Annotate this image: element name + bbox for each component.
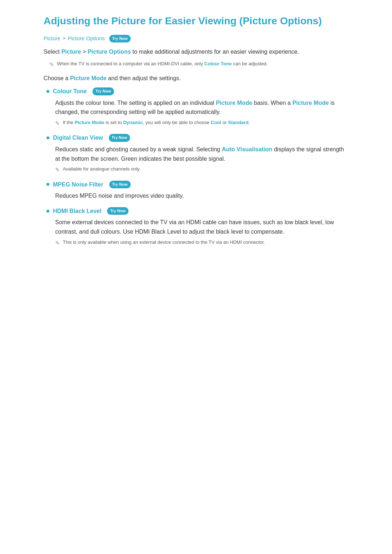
ct-note-cool-link[interactable]: Cool [211,120,221,125]
breadcrumb-try-now-badge[interactable]: Try Now [109,35,131,43]
hdmi-black-level-header: HDMI Black Level Try Now [44,206,348,216]
hdmi-note-icon: ✎ [55,239,60,247]
mpeg-noise-filter-header: MPEG Noise Filter Try Now [44,180,348,189]
mpeg-noise-filter-title: MPEG Noise Filter [53,180,103,189]
colour-tone-title: Colour Tone [53,87,87,96]
colour-tone-picture-mode-link1[interactable]: Picture Mode [216,100,252,106]
hdmi-note-text: This is only available when using an ext… [63,239,265,246]
page-container: Adjusting the Picture for Easier Viewing… [22,0,370,275]
note-icon-1: ✎ [49,61,54,69]
colour-tone-dot [46,90,49,93]
ct-note-picture-mode-link[interactable]: Picture Mode [75,120,105,125]
colour-tone-try-now[interactable]: Try Now [93,87,114,95]
digital-clean-view-subnote: ✎ Available for analogue channels only. [55,165,348,174]
digital-clean-view-header: Digital Clean View Try Now [44,133,348,143]
hdmi-black-level-title: HDMI Black Level [53,206,101,216]
note-hdmi-dvi: ✎ When the TV is connected to a computer… [49,60,348,69]
intro-text: Select Picture > Picture Options to make… [44,47,348,57]
colour-tone-note-icon: ✎ [55,119,60,128]
breadcrumb-picture-options-link[interactable]: Picture Options [68,34,105,43]
colour-tone-picture-mode-link2[interactable]: Picture Mode [292,100,328,106]
choose-text-after: and then adjust the settings. [108,75,181,81]
breadcrumb-picture-link[interactable]: Picture [44,34,61,43]
intro-text-after: to make additional adjustments for an ea… [132,49,299,55]
ct-note-standard-link[interactable]: Standard [228,120,248,125]
note-colour-tone-link[interactable]: Colour Tone [204,61,232,66]
colour-tone-header: Colour Tone Try Now [44,87,348,96]
ct-note-dynamic-link[interactable]: Dynamic [123,120,143,125]
colour-tone-body: Adjusts the colour tone. The setting is … [55,98,348,117]
digital-clean-view-dot [46,136,49,139]
page-title: Adjusting the Picture for Easier Viewing… [44,15,348,28]
choose-picture-mode-link[interactable]: Picture Mode [70,75,106,81]
choose-text-before: Choose a [44,75,70,81]
digital-clean-view-title: Digital Clean View [53,133,103,143]
mpeg-noise-filter-try-now[interactable]: Try Now [109,181,131,189]
digital-clean-view-try-now[interactable]: Try Now [109,134,130,142]
dcv-note-icon: ✎ [55,166,60,174]
list-item-mpeg-noise-filter: MPEG Noise Filter Try Now Reduces MPEG n… [44,180,348,201]
mpeg-noise-filter-body: Reduces MPEG noise and improves video qu… [55,191,348,201]
intro-separator: > [83,49,88,55]
choose-mode-text: Choose a Picture Mode and then adjust th… [44,74,348,83]
intro-picture-options-link[interactable]: Picture Options [87,49,131,55]
hdmi-black-level-dot [46,210,49,213]
list-item-digital-clean-view: Digital Clean View Try Now Reduces stati… [44,133,348,174]
intro-picture-link[interactable]: Picture [61,49,81,55]
hdmi-black-level-body: Some external devices connected to the T… [55,218,348,236]
features-list: Colour Tone Try Now Adjusts the colour t… [44,87,348,247]
breadcrumb-separator: > [63,35,66,42]
hdmi-black-level-subnote: ✎ This is only available when using an e… [55,239,348,247]
breadcrumb: Picture > Picture Options Try Now [44,34,348,43]
digital-clean-view-body: Reduces static and ghosting caused by a … [55,145,348,163]
list-item-colour-tone: Colour Tone Try Now Adjusts the colour t… [44,87,348,127]
colour-tone-subnote: ✎ If the Picture Mode is set to Dynamic,… [55,119,348,128]
dcv-auto-vis-link[interactable]: Auto Visualisation [222,146,272,152]
hdmi-black-level-try-now[interactable]: Try Now [107,207,128,215]
note-hdmi-dvi-text: When the TV is connected to a computer v… [57,60,268,67]
list-item-hdmi-black-level: HDMI Black Level Try Now Some external d… [44,206,348,247]
dcv-note-text: Available for analogue channels only. [63,165,140,173]
mpeg-noise-filter-dot [46,183,49,186]
intro-text-before: Select [44,49,61,55]
colour-tone-note-text: If the Picture Mode is set to Dynamic, y… [63,119,250,126]
